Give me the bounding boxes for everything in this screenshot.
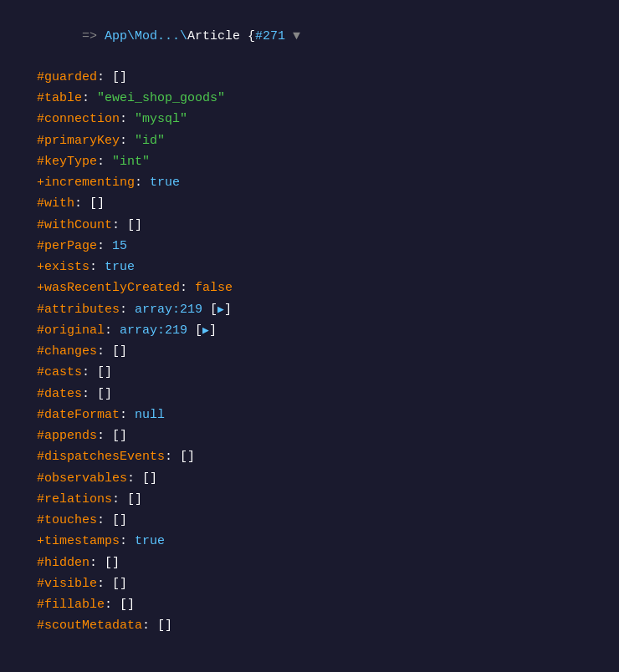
- prop-value: []: [112, 429, 127, 443]
- prop-value: []: [105, 556, 120, 570]
- prop-prefix: #primaryKey: [37, 134, 120, 148]
- colon: :: [105, 323, 120, 338]
- prop-fillable: #fillable: []: [37, 595, 609, 614]
- colon: :: [180, 281, 195, 295]
- prop-value: "mysql": [135, 112, 187, 126]
- property-line: #with: []: [0, 193, 619, 214]
- prop-value: []: [127, 492, 142, 507]
- prop-connection: #connection: "mysql": [37, 109, 609, 129]
- prop-prefix: #appends: [37, 429, 97, 443]
- prop-array-label: array:219: [135, 303, 210, 317]
- prop-visible: #visible: []: [37, 574, 609, 593]
- colon: :: [82, 387, 97, 401]
- prop-prefix: #dispatchesEvents: [37, 450, 165, 464]
- prop-value: []: [90, 196, 105, 211]
- prop-prefix: #scoutMetadata: [37, 619, 142, 633]
- prop-value: "int": [112, 155, 150, 169]
- property-line: +incrementing: true: [0, 172, 619, 193]
- expand-icon[interactable]: ▶: [217, 303, 224, 316]
- count: #271: [255, 29, 285, 43]
- brace-open: {: [248, 29, 255, 43]
- prop-value: true: [150, 176, 180, 190]
- property-line: #relations: []: [0, 489, 619, 510]
- prop-incrementing: +incrementing: true: [37, 173, 609, 192]
- properties-list: #guarded: []#table: "ewei_shop_goods"#co…: [0, 67, 619, 637]
- colon: :: [90, 260, 105, 274]
- colon: :: [120, 303, 135, 317]
- prop-attributes: #attributes: array:219 [▶]: [37, 300, 609, 319]
- prop-keyType: #keyType: "int": [37, 152, 609, 171]
- prop-value: 15: [112, 239, 127, 253]
- prop-value: true: [105, 260, 135, 274]
- code-viewer: => App\Mod...\Article {#271 ▼ #guarded: …: [0, 0, 619, 644]
- colon: :: [82, 365, 97, 379]
- prop-observables: #observables: []: [37, 469, 609, 488]
- prop-prefix: #casts: [37, 365, 82, 379]
- property-line: #original: array:219 [▶]: [0, 320, 619, 341]
- colon: :: [112, 218, 127, 232]
- property-line: #hidden: []: [0, 552, 619, 573]
- prop-bracket-open[interactable]: [: [210, 303, 217, 317]
- colon: :: [127, 471, 142, 486]
- property-line: #withCount: []: [0, 215, 619, 236]
- property-line: #table: "ewei_shop_goods": [0, 88, 619, 109]
- prop-value: []: [112, 577, 127, 591]
- prop-value: []: [180, 450, 195, 464]
- prop-prefix: #hidden: [37, 556, 90, 570]
- prop-bracket-open[interactable]: [: [195, 323, 202, 338]
- prop-value: []: [112, 70, 127, 84]
- colon: :: [142, 619, 157, 633]
- prop-scoutMetadata: #scoutMetadata: []: [37, 616, 609, 635]
- prop-guarded: #guarded: []: [37, 68, 609, 87]
- prop-exists: +exists: true: [37, 257, 609, 277]
- prop-value: []: [142, 471, 157, 486]
- property-line: #perPage: 15: [0, 236, 619, 257]
- property-line: #observables: []: [0, 468, 619, 489]
- prop-hidden: #hidden: []: [37, 553, 609, 573]
- prop-prefix: #table: [37, 91, 82, 105]
- prop-value: []: [97, 387, 112, 401]
- prop-value: "id": [135, 134, 165, 148]
- prop-touches: #touches: []: [37, 511, 609, 530]
- colon: :: [97, 513, 112, 527]
- property-line: #visible: []: [0, 573, 619, 594]
- colon: :: [120, 112, 135, 126]
- colon: :: [97, 155, 112, 169]
- prop-value: "ewei_shop_goods": [97, 91, 225, 105]
- property-line: #dispatchesEvents: []: [0, 446, 619, 467]
- property-line: #changes: []: [0, 341, 619, 362]
- colon: :: [120, 534, 135, 548]
- colon: :: [97, 70, 112, 84]
- prop-value: true: [135, 534, 165, 548]
- property-line: #keyType: "int": [0, 151, 619, 172]
- prop-relations: #relations: []: [37, 490, 609, 509]
- dropdown-icon[interactable]: ▼: [285, 29, 300, 43]
- prop-with: #with: []: [37, 194, 609, 213]
- prop-withCount: #withCount: []: [37, 216, 609, 235]
- prop-appends: #appends: []: [37, 426, 609, 445]
- prop-prefix: #dates: [37, 387, 82, 401]
- property-line: #attributes: array:219 [▶]: [0, 299, 619, 320]
- prop-prefix: #with: [37, 196, 74, 211]
- colon: :: [120, 134, 135, 148]
- prop-prefix: #attributes: [37, 303, 120, 317]
- prop-dates: #dates: []: [37, 384, 609, 404]
- classname: Article: [187, 29, 248, 43]
- prop-perPage: #perPage: 15: [37, 237, 609, 256]
- property-line: +exists: true: [0, 257, 619, 277]
- prop-bracket-close[interactable]: ]: [209, 323, 217, 338]
- header-line: => App\Mod...\Article {#271 ▼: [0, 7, 619, 67]
- expand-icon[interactable]: ▶: [202, 324, 209, 337]
- prop-value: []: [127, 218, 142, 232]
- prop-bracket-close[interactable]: ]: [224, 303, 232, 317]
- path-prefix: App\Mod...\: [105, 29, 187, 43]
- prop-prefix: +timestamps: [37, 534, 120, 548]
- prop-prefix: #keyType: [37, 155, 97, 169]
- property-line: #fillable: []: [0, 594, 619, 615]
- property-line: #touches: []: [0, 510, 619, 531]
- prop-timestamps: +timestamps: true: [37, 532, 609, 551]
- prop-prefix: #withCount: [37, 218, 112, 232]
- prop-prefix: #perPage: [37, 239, 97, 253]
- colon: :: [165, 450, 180, 464]
- prop-prefix: #fillable: [37, 598, 105, 612]
